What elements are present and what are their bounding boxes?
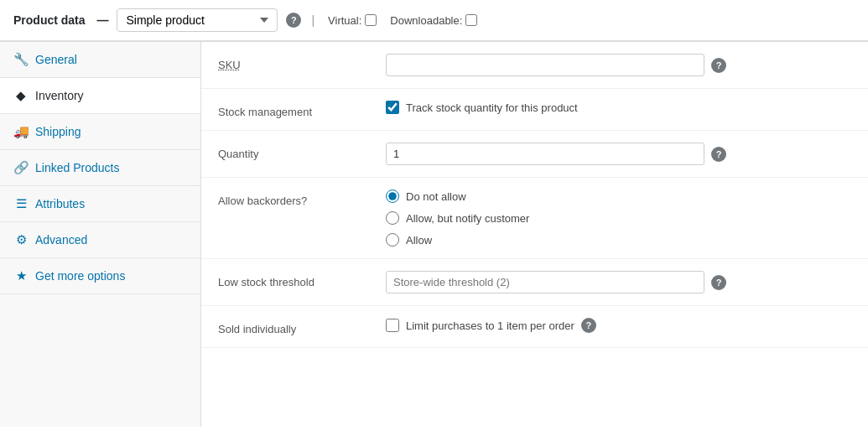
sold-individually-row: Sold individually Limit purchases to 1 i… [201,306,868,348]
quantity-row: Quantity ? [201,131,868,178]
downloadable-text: Downloadable: [390,14,462,27]
sidebar-label-general: General [35,53,77,66]
stock-management-label: Stock management [218,101,386,118]
attributes-icon: ☰ [13,196,29,211]
sold-individually-checkbox[interactable] [386,319,399,332]
backorders-notify-label: Allow, but notify customer [406,212,529,225]
product-data-header: Product data — Simple product Variable p… [0,0,868,41]
virtual-label[interactable]: Virtual: [328,14,377,27]
quantity-control: ? [386,143,851,165]
sku-label: SKU [218,54,386,71]
stock-management-checkbox[interactable] [386,101,399,114]
backorders-yes-label: Allow [406,234,432,247]
sidebar-item-linked-products[interactable]: 🔗 Linked Products [0,150,200,186]
backorders-no-option[interactable]: Do not allow [386,190,529,203]
sidebar-label-shipping: Shipping [35,125,81,138]
virtual-checkbox[interactable] [365,14,377,26]
backorders-notify-option[interactable]: Allow, but notify customer [386,211,529,225]
quantity-input[interactable] [386,143,704,165]
sidebar-item-attributes[interactable]: ☰ Attributes [0,186,200,222]
backorders-no-label: Do not allow [406,190,466,203]
inventory-panel: SKU ? Stock management Track stock quant… [201,42,868,427]
sidebar-label-attributes: Attributes [35,197,85,210]
downloadable-label[interactable]: Downloadable: [390,14,477,27]
sidebar-item-general[interactable]: 🔧 General [0,42,200,78]
backorders-control: Do not allow Allow, but notify customer … [386,190,851,247]
stock-management-row: Stock management Track stock quantity fo… [201,89,868,131]
sidebar-item-get-more-options[interactable]: ★ Get more options [0,258,200,294]
backorders-no-radio[interactable] [386,190,399,203]
low-stock-row: Low stock threshold ? [201,259,868,306]
backorders-notify-radio[interactable] [386,211,399,225]
sidebar: 🔧 General ◆ Inventory 🚚 Shipping 🔗 Linke… [0,42,201,427]
backorders-yes-radio[interactable] [386,233,399,247]
sidebar-item-shipping[interactable]: 🚚 Shipping [0,114,200,150]
sidebar-label-advanced: Advanced [35,233,87,247]
backorders-label: Allow backorders? [218,190,386,207]
advanced-icon: ⚙ [13,232,29,247]
sold-individually-label: Sold individually [218,318,386,335]
backorders-yes-option[interactable]: Allow [386,233,529,247]
virtual-text: Virtual: [328,14,361,27]
link-icon: 🔗 [13,160,29,175]
sku-abbr: SKU [218,59,241,71]
sku-input[interactable] [386,54,704,76]
stock-management-checkbox-group: Track stock quantity for this product [386,101,578,114]
dash-separator: — [94,13,109,27]
sidebar-item-inventory[interactable]: ◆ Inventory [0,78,200,114]
virtual-downloadable-group: Virtual: Downloadable: [328,14,477,27]
product-type-help-icon[interactable]: ? [286,13,301,28]
virtual-downloadable-separator: | [311,13,314,27]
sku-help-icon[interactable]: ? [711,58,726,73]
sku-row: SKU ? [201,42,868,89]
quantity-label: Quantity [218,143,386,160]
backorders-row: Allow backorders? Do not allow Allow, bu… [201,178,868,259]
quantity-help-icon[interactable]: ? [711,147,726,162]
low-stock-control: ? [386,271,851,293]
sold-individually-control: Limit purchases to 1 item per order ? [386,318,851,333]
sidebar-label-inventory: Inventory [35,89,84,102]
star-icon: ★ [13,268,29,283]
low-stock-input[interactable] [386,271,704,293]
low-stock-label: Low stock threshold [218,271,386,288]
shipping-icon: 🚚 [13,124,29,139]
inventory-icon: ◆ [13,88,29,103]
main-content: 🔧 General ◆ Inventory 🚚 Shipping 🔗 Linke… [0,41,868,427]
wrench-icon: 🔧 [13,52,29,67]
product-data-label: Product data [13,13,86,27]
sold-individually-checkbox-group: Limit purchases to 1 item per order ? [386,318,596,333]
stock-management-checkbox-label: Track stock quantity for this product [406,101,578,114]
sidebar-label-linked-products: Linked Products [35,161,119,174]
sidebar-item-advanced[interactable]: ⚙ Advanced [0,222,200,258]
low-stock-help-icon[interactable]: ? [711,275,726,290]
sidebar-label-get-more-options: Get more options [35,269,125,283]
backorders-radio-group: Do not allow Allow, but notify customer … [386,190,529,247]
stock-management-control: Track stock quantity for this product [386,101,851,114]
product-type-select[interactable]: Simple product Variable product Grouped … [117,8,278,32]
sold-individually-checkbox-label: Limit purchases to 1 item per order [406,319,574,332]
sold-individually-help-icon[interactable]: ? [581,318,596,333]
sku-control: ? [386,54,851,76]
downloadable-checkbox[interactable] [465,14,477,26]
